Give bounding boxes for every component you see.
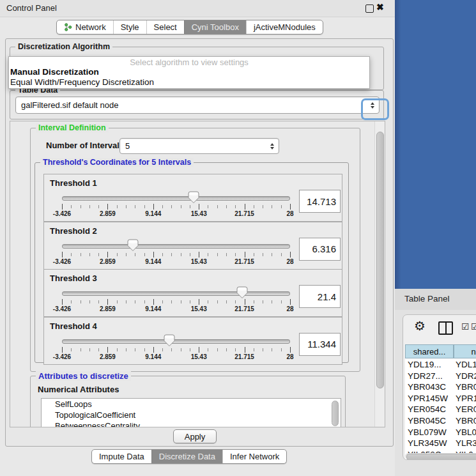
- slider-track[interactable]: [62, 291, 290, 296]
- slider-handle[interactable]: [236, 286, 248, 299]
- group-title: Attributes to discretize: [36, 371, 131, 381]
- tab-network[interactable]: Network: [57, 20, 113, 34]
- slider-track[interactable]: [62, 339, 290, 344]
- slider-ticks: [62, 204, 290, 210]
- close-icon[interactable]: ✖: [376, 2, 384, 12]
- settings-vertical-scrollbar[interactable]: [374, 121, 385, 427]
- table-cell[interactable]: YER054C: [408, 404, 446, 414]
- slider-ticks: [62, 347, 290, 353]
- table-cell[interactable]: YBL0: [456, 427, 476, 437]
- threshold-panel: Threshold 1-3.4262.8599.14415.4321.71528…: [43, 174, 342, 222]
- tab-impute-data[interactable]: Impute Data: [92, 450, 151, 463]
- table-cell[interactable]: YBR045C: [408, 416, 446, 426]
- panel-title: Control Panel: [6, 3, 57, 13]
- control-panel: Control Panel ✖ NetworkStyleSelectCyni T…: [0, 0, 395, 476]
- slider-tick-labels: -3.4262.8599.14415.4321.71528: [62, 210, 290, 218]
- group-title: Interval Definition: [36, 123, 109, 132]
- table-cell[interactable]: YDR2: [456, 371, 476, 381]
- tab-label: Cyni Toolbox: [192, 22, 239, 32]
- tab-label: Infer Network: [230, 452, 279, 461]
- slider-handle[interactable]: [188, 191, 199, 204]
- tab-label: Discretize Data: [159, 452, 215, 461]
- algorithm-combobox-focus-ring: [361, 98, 389, 120]
- slider-handle[interactable]: [127, 239, 139, 252]
- gear-icon[interactable]: ⚙: [414, 318, 426, 334]
- threshold-label: Threshold 3: [50, 273, 97, 283]
- tab-label: Select: [154, 22, 177, 32]
- threshold-label: Threshold 4: [50, 321, 97, 331]
- split-view-icon[interactable]: [438, 321, 453, 335]
- attribute-item[interactable]: TopologicalCoefficient: [42, 410, 341, 420]
- tab-label: Network: [75, 22, 106, 32]
- apply-button[interactable]: Apply: [173, 429, 217, 443]
- threshold-value-field[interactable]: 14.713: [299, 190, 341, 213]
- threshold-label: Threshold 2: [50, 226, 97, 236]
- threshold-value-field[interactable]: 6.316: [299, 238, 341, 261]
- table-horizontal-scrollbar[interactable]: [405, 453, 476, 459]
- table-cell[interactable]: YER0: [456, 404, 476, 414]
- group-title: Threshold's Coordinates for 5 Intervals: [40, 158, 194, 167]
- table-cell[interactable]: YBR043C: [408, 382, 446, 392]
- threshold-panel: Threshold 3-3.4262.8599.14415.4321.71528…: [43, 269, 342, 317]
- threshold-panel: Threshold 2-3.4262.8599.14415.4321.71528…: [43, 222, 342, 270]
- tab-select[interactable]: Select: [146, 20, 184, 34]
- float-icon[interactable]: [365, 4, 374, 13]
- table-cell[interactable]: YBR0: [456, 382, 476, 392]
- threshold-value-field[interactable]: 21.4: [299, 285, 341, 308]
- table-cell[interactable]: YLR345W: [408, 438, 447, 448]
- table-cell[interactable]: YDL19...: [408, 360, 441, 369]
- table-cell[interactable]: YBL079W: [408, 427, 447, 437]
- table-cell[interactable]: YDL1: [456, 360, 476, 369]
- algorithm-option[interactable]: Equal Width/Frequency Discretization: [10, 77, 154, 87]
- numerical-attributes-list[interactable]: SelfLoopsTopologicalCoefficientBetweenne…: [41, 398, 341, 427]
- slider-track[interactable]: [62, 196, 290, 201]
- checkbox-icon[interactable]: ☑: [461, 323, 470, 330]
- table-cell[interactable]: YLR3: [456, 438, 476, 448]
- slider-handle[interactable]: [164, 334, 175, 347]
- combo-stepper-icon: [270, 143, 274, 150]
- table-panel-titlebar: Table Panel: [395, 289, 476, 311]
- table-cell[interactable]: YBR0: [456, 416, 476, 426]
- tab-discretize-data[interactable]: Discretize Data: [151, 450, 222, 463]
- table-container: ⚙ ☑ ☑ shared...nYDL19...YDL1YDR27...YDR2…: [403, 314, 476, 460]
- network-tab-icon: [64, 23, 72, 31]
- node-table: shared...nYDL19...YDL1YDR27...YDR2YBR043…: [405, 344, 476, 460]
- numerical-attributes-label: Numerical Attributes: [38, 385, 119, 394]
- threshold-value-field[interactable]: 11.344: [299, 333, 341, 356]
- settings-scroll-area: Interval Definition Number of Intervals …: [10, 121, 385, 427]
- table-header-shared-name[interactable]: shared...: [405, 344, 454, 358]
- table-cell[interactable]: YPR145W: [408, 394, 448, 403]
- table-data-combobox[interactable]: galFiltered.sif default node: [15, 96, 380, 114]
- tab-style[interactable]: Style: [113, 20, 146, 34]
- bottom-tab-bar: Impute DataDiscretize DataInfer Network: [91, 449, 287, 464]
- settings-scrollbar-thumb[interactable]: [376, 132, 384, 388]
- attribute-item[interactable]: BetweennessCentrality: [42, 420, 341, 427]
- checkbox-icon[interactable]: ☑: [471, 323, 476, 330]
- tab-jactivemnodules[interactable]: jActiveMNodules: [246, 20, 323, 34]
- cyni-toolbox-panel: Discretization Algorithm Table Data galF…: [5, 38, 394, 447]
- tab-label: Style: [121, 22, 139, 32]
- table-cell[interactable]: YDR27...: [408, 371, 443, 381]
- number-of-intervals-combobox[interactable]: 5: [119, 138, 279, 154]
- group-title: Discretization Algorithm: [15, 42, 112, 51]
- network-view-window[interactable]: GAL80GACGAL11GAL4GCY1HHAP2: [395, 0, 476, 289]
- number-of-intervals-label: Number of Intervals: [46, 141, 124, 150]
- table-header-name[interactable]: n: [454, 344, 476, 358]
- slider-tick-labels: -3.4262.8599.14415.4321.71528: [62, 258, 290, 266]
- attributes-group: Attributes to discretize Numerical Attri…: [30, 376, 346, 427]
- top-tab-bar: NetworkStyleSelectCyni ToolboxjActiveMNo…: [56, 20, 323, 35]
- tab-cyni-toolbox[interactable]: Cyni Toolbox: [184, 20, 246, 34]
- slider-track[interactable]: [62, 244, 290, 249]
- algorithm-option[interactable]: Manual Discretization: [10, 67, 99, 77]
- hscroll-thumb[interactable]: [406, 454, 476, 460]
- attribute-item[interactable]: SelfLoops: [42, 399, 341, 410]
- threshold-panel: Threshold 4-3.4262.8599.14415.4321.71528…: [43, 317, 342, 365]
- tab-label: jActiveMNodules: [254, 22, 316, 32]
- threshold-label: Threshold 1: [50, 178, 97, 188]
- table-cell[interactable]: YPR1: [456, 394, 476, 403]
- slider-ticks: [62, 299, 290, 305]
- tab-infer-network[interactable]: Infer Network: [222, 450, 286, 463]
- algorithm-dropdown-popup: Select algorithm to view settings Manual…: [8, 56, 370, 89]
- tab-label: Impute Data: [99, 452, 144, 461]
- attribute-list-scrollbar[interactable]: [332, 401, 339, 426]
